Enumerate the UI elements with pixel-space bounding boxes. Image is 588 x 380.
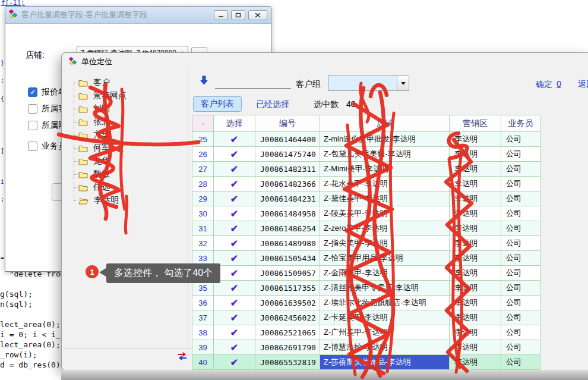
shop-cell[interactable]: Z-黛佳美甲-李达明 xyxy=(320,191,450,206)
column-header[interactable]: - xyxy=(192,115,214,132)
close-button[interactable] xyxy=(248,10,267,20)
shop-cell[interactable]: Z-指尖美甲-李达明 xyxy=(320,236,450,251)
table-row[interactable]: 29✔J00861484231Z-黛佳美甲-李达明李达明公司 xyxy=(192,191,540,206)
region-cell[interactable]: 李达明 xyxy=(450,162,501,177)
region-cell[interactable]: 李达明 xyxy=(450,310,501,325)
agent-cell[interactable]: 公司 xyxy=(501,296,540,310)
column-header[interactable]: 店铺 xyxy=(320,115,450,132)
table-row[interactable]: 33✔J00861505434Z-恰宝美甲用品-李达明李达明公司 xyxy=(192,251,540,266)
column-header[interactable]: 业务员 xyxy=(501,115,540,132)
table-row[interactable]: 26✔J00861475740Z-包黛儿美甲美睫-李达明李达明公司 xyxy=(192,147,540,162)
agent-cell[interactable]: 公司 xyxy=(501,191,540,206)
agent-cell[interactable]: 公司 xyxy=(501,325,540,340)
code-cell[interactable]: J00861639502 xyxy=(255,296,320,310)
region-cell[interactable]: 李达明 xyxy=(450,296,501,310)
region-cell[interactable]: 李达明 xyxy=(450,281,501,296)
checkbox-checked-icon[interactable]: ✓ xyxy=(28,87,37,97)
table-row[interactable]: 32✔J00861489980Z-指尖美甲-李达明李达明公司 xyxy=(192,236,540,251)
row-number-cell[interactable]: 32 xyxy=(192,236,214,251)
agent-cell[interactable]: 公司 xyxy=(501,221,540,236)
code-cell[interactable]: J00861482311 xyxy=(255,162,320,177)
code-cell[interactable]: J00861489980 xyxy=(255,236,320,251)
region-cell[interactable]: 李达明 xyxy=(450,221,501,236)
shop-cell[interactable]: Z-陵美美甲-李达明 xyxy=(320,206,450,221)
table-row[interactable]: 25✔J00861464400Z-min迷你美甲批发-李达明李达明公司 xyxy=(192,132,540,147)
shop-cell[interactable]: Z-金雨美甲-李达明 xyxy=(320,266,450,281)
checkmark-icon[interactable]: ✔ xyxy=(214,355,255,370)
region-cell[interactable]: 李达明 xyxy=(450,340,501,355)
tree-node[interactable]: 刘阳 xyxy=(78,103,110,115)
region-cell[interactable]: 李达明 xyxy=(450,206,501,221)
table-row[interactable]: 30✔J00861484958Z-陵美美甲-李达明李达明公司 xyxy=(192,206,540,221)
return-link[interactable]: 返回 xyxy=(578,79,588,90)
code-cell[interactable]: J00861484231 xyxy=(255,191,320,206)
checkmark-icon[interactable]: ✔ xyxy=(214,281,255,296)
window-titlebar[interactable]: 客户批量调整字段-客户批量调整字段 xyxy=(5,7,271,24)
region-cell[interactable]: 李达明 xyxy=(450,177,501,191)
shop-cell[interactable]: Z-包黛儿美甲美睫-李达明 xyxy=(320,147,450,162)
tree-node[interactable]: 张北 xyxy=(78,116,110,128)
table-row[interactable]: 28✔J00861482366Z-花水美甲-李达明李达明公司 xyxy=(192,177,540,191)
code-cell[interactable]: J00861475740 xyxy=(255,147,320,162)
checkmark-icon[interactable]: ✔ xyxy=(214,310,255,325)
restore-button[interactable] xyxy=(231,10,245,20)
shop-cell[interactable]: Z-清丝雅美甲专卖店-李达明 xyxy=(320,281,450,296)
row-number-cell[interactable]: 37 xyxy=(192,310,214,325)
code-cell[interactable]: J00862521065 xyxy=(255,325,320,340)
checkmark-icon[interactable]: ✔ xyxy=(214,340,255,355)
code-cell[interactable]: J00861482366 xyxy=(255,177,320,191)
agent-cell[interactable]: 公司 xyxy=(501,310,540,325)
filter-input[interactable] xyxy=(215,76,291,89)
table-row[interactable]: 40✔J00865532819Z-莎蓓斯美妆饰品-李达明李达明公司 xyxy=(192,355,540,370)
row-number-cell[interactable]: 36 xyxy=(192,296,214,310)
tree-node[interactable]: 任远 xyxy=(78,181,110,193)
table-row[interactable]: 39✔J00862691790Z-博慧洗护-李达明李达明公司 xyxy=(192,340,540,355)
agent-cell[interactable]: 公司 xyxy=(501,266,540,281)
checkmark-icon[interactable]: ✔ xyxy=(214,206,255,221)
tree-node[interactable]: 客户 xyxy=(78,77,110,89)
table-row[interactable]: 38✔J00862521065Z-广州美甲-李达明李达明公司 xyxy=(192,325,540,340)
table-row[interactable]: 34✔J00861509057Z-金雨美甲-李达明李达明公司 xyxy=(192,266,540,281)
tree-node[interactable]: 魏敏 xyxy=(78,168,110,180)
row-number-cell[interactable]: 40 xyxy=(192,355,214,370)
row-number-cell[interactable]: 38 xyxy=(192,325,214,340)
checkmark-icon[interactable]: ✔ xyxy=(214,147,255,162)
code-cell[interactable]: J00861509057 xyxy=(255,266,320,281)
tree-node[interactable]: 何军 xyxy=(78,142,110,154)
region-cell[interactable]: 李达明 xyxy=(450,147,501,162)
code-cell[interactable]: J00861484958 xyxy=(255,206,320,221)
shop-cell[interactable]: Z-Mimi美甲-李达明 xyxy=(320,162,450,177)
region-cell[interactable]: 李达明 xyxy=(450,325,501,340)
tab-customer-list[interactable]: 客户列表 xyxy=(193,96,242,112)
checkmark-icon[interactable]: ✔ xyxy=(214,132,255,147)
agent-cell[interactable]: 公司 xyxy=(501,147,540,162)
shop-cell[interactable]: Z-广州美甲-李达明 xyxy=(320,325,450,340)
table-row[interactable]: 37✔J00862456022Z-卡延美甲-李达明李达明公司 xyxy=(192,310,540,325)
table-row[interactable]: 35✔J00861517355Z-清丝雅美甲专卖店-李达明李达明公司 xyxy=(192,281,540,296)
row-number-cell[interactable]: 31 xyxy=(192,221,214,236)
code-cell[interactable]: J00861517355 xyxy=(255,281,320,296)
agent-cell[interactable]: 公司 xyxy=(501,340,540,355)
tab-already-selected[interactable]: 已经选择 xyxy=(256,99,289,110)
checkmark-icon[interactable]: ✔ xyxy=(214,191,255,206)
column-header[interactable]: 选择 xyxy=(214,115,255,132)
agent-cell[interactable]: 公司 xyxy=(501,162,540,177)
agent-cell[interactable]: 公司 xyxy=(501,177,540,191)
row-number-cell[interactable]: 28 xyxy=(192,177,214,191)
confirm-link[interactable]: 确定0 xyxy=(536,79,561,90)
row-number-cell[interactable]: 30 xyxy=(192,206,214,221)
checkmark-icon[interactable]: ✔ xyxy=(214,162,255,177)
region-cell[interactable]: 李达明 xyxy=(450,191,501,206)
checkmark-icon[interactable]: ✔ xyxy=(214,251,255,266)
checkbox-unchecked-icon[interactable] xyxy=(28,142,37,151)
checkmark-icon[interactable]: ✔ xyxy=(214,325,255,340)
agent-cell[interactable]: 公司 xyxy=(501,236,540,251)
checkmark-icon[interactable]: ✔ xyxy=(214,236,255,251)
code-cell[interactable]: J00861505434 xyxy=(255,251,320,266)
column-header[interactable]: 营销区 xyxy=(450,115,501,132)
checkmark-icon[interactable]: ✔ xyxy=(214,296,255,310)
checkmark-icon[interactable]: ✔ xyxy=(214,221,255,236)
tree-node[interactable]: 李达明 xyxy=(78,194,119,206)
row-number-cell[interactable]: 39 xyxy=(192,340,214,355)
agent-cell[interactable]: 公司 xyxy=(501,355,540,370)
